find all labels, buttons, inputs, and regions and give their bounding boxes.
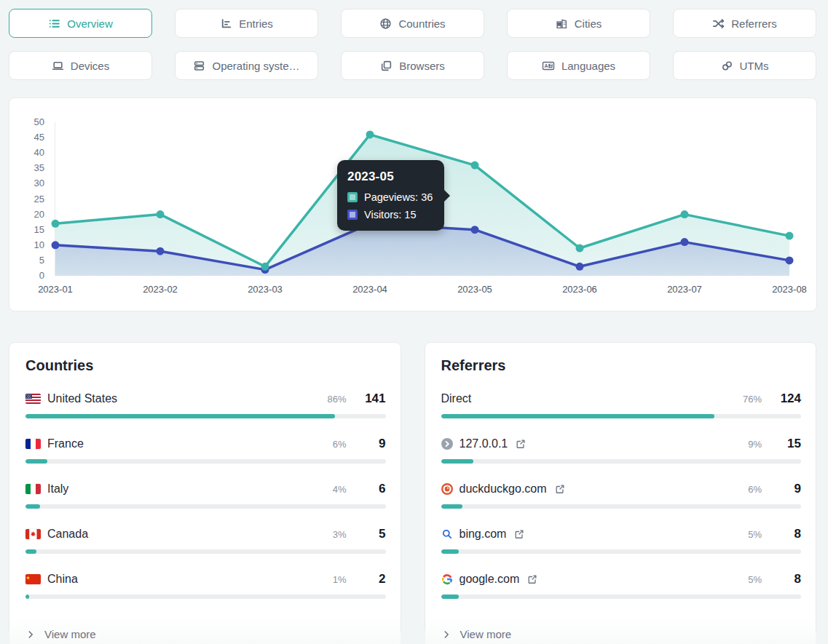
y-tick-label: 0 bbox=[17, 270, 44, 282]
tab-utms-label: UTMs bbox=[740, 60, 769, 72]
external-link-icon[interactable] bbox=[516, 439, 526, 449]
y-tick-label: 40 bbox=[17, 147, 44, 159]
referrer-count: 8 bbox=[776, 527, 801, 541]
y-tick-label: 20 bbox=[17, 209, 44, 220]
country-count: 6 bbox=[361, 482, 386, 496]
country-percent: 1% bbox=[320, 574, 347, 585]
y-tick-label: 10 bbox=[17, 239, 44, 251]
progress-bar bbox=[25, 549, 386, 554]
view-more-label: View more bbox=[460, 628, 512, 640]
referrers-view-more-button[interactable]: View more bbox=[425, 617, 816, 644]
tab-bar: Overview Entries Countrie bbox=[9, 9, 816, 80]
laptop-icon bbox=[52, 60, 64, 72]
country-row: China 1% 2 bbox=[25, 572, 386, 599]
tab-devices[interactable]: Devices bbox=[9, 51, 152, 80]
country-count: 141 bbox=[361, 391, 386, 406]
x-tick-label: 2023-03 bbox=[232, 284, 298, 295]
tab-countries[interactable]: Countries bbox=[341, 9, 484, 38]
tab-operating-systems-label: Operating syste… bbox=[212, 60, 299, 72]
tab-utms[interactable]: UTMs bbox=[673, 51, 816, 80]
y-tick-label: 25 bbox=[17, 194, 44, 205]
tab-overview[interactable]: Overview bbox=[9, 9, 152, 38]
fr-flag-icon bbox=[25, 439, 41, 449]
referrer-percent: 6% bbox=[736, 484, 762, 495]
tab-languages-label: Languages bbox=[561, 60, 615, 72]
x-tick-label: 2023-01 bbox=[23, 284, 88, 295]
country-name: United States bbox=[47, 392, 117, 405]
city-icon bbox=[556, 17, 568, 30]
tab-referrers[interactable]: Referrers bbox=[673, 9, 816, 38]
country-row: United States 86% 141 bbox=[25, 391, 386, 418]
country-count: 5 bbox=[361, 527, 386, 541]
duckduckgo-favicon-icon bbox=[441, 483, 453, 495]
x-tick-label: 2023-07 bbox=[652, 284, 717, 295]
external-link-icon[interactable] bbox=[514, 529, 524, 539]
countries-card: Countries United States 86% 141 bbox=[9, 342, 401, 635]
tab-operating-systems[interactable]: Operating syste… bbox=[175, 51, 318, 80]
y-tick-label: 45 bbox=[17, 132, 44, 143]
country-name: China bbox=[47, 573, 78, 586]
tab-referrers-label: Referrers bbox=[731, 17, 777, 30]
link-icon bbox=[721, 60, 733, 72]
it-flag-icon bbox=[25, 484, 41, 494]
referrer-name: bing.com bbox=[460, 528, 507, 541]
referrer-name: Direct bbox=[441, 392, 472, 405]
progress-bar bbox=[441, 459, 802, 464]
progress-bar bbox=[25, 459, 386, 464]
tab-cities[interactable]: Cities bbox=[507, 9, 650, 38]
countries-view-more-button[interactable]: View more bbox=[9, 617, 401, 644]
stats-cards: Countries United States 86% 141 bbox=[9, 342, 816, 635]
tab-languages[interactable]: A Z Languages bbox=[507, 51, 650, 80]
tooltip-pageviews-value: Pageviews: 36 bbox=[364, 191, 433, 203]
external-link-icon[interactable] bbox=[527, 574, 537, 584]
y-tick-label: 30 bbox=[17, 178, 44, 189]
y-tick-label: 50 bbox=[17, 116, 44, 128]
list-icon bbox=[48, 17, 60, 30]
country-row: Italy 4% 6 bbox=[25, 482, 386, 509]
progress-bar bbox=[441, 504, 802, 509]
referrer-row: Direct 76% 124 bbox=[441, 391, 802, 418]
x-tick-label: 2023-06 bbox=[547, 284, 612, 295]
tab-browsers[interactable]: Browsers bbox=[341, 51, 484, 80]
country-percent: 4% bbox=[320, 484, 347, 495]
referrers-card: Referrers Direct 76% 124 bbox=[425, 342, 817, 635]
y-tick-label: 35 bbox=[17, 162, 44, 174]
x-tick-label: 2023-08 bbox=[757, 284, 822, 295]
tab-devices-label: Devices bbox=[71, 60, 109, 72]
country-name: Canada bbox=[47, 528, 88, 541]
referrers-card-title: Referrers bbox=[441, 357, 802, 374]
progress-bar bbox=[25, 595, 386, 599]
referrer-name: duckduckgo.com bbox=[460, 482, 547, 496]
chevron-right-icon bbox=[441, 629, 452, 640]
bing-favicon-icon bbox=[441, 528, 453, 540]
country-percent: 3% bbox=[320, 529, 347, 540]
progress-bar bbox=[441, 414, 802, 418]
referrer-row: duckduckgo.com 6% 9 bbox=[441, 482, 802, 509]
us-flag-icon bbox=[25, 394, 41, 404]
y-tick-label: 5 bbox=[17, 255, 44, 266]
country-row: Canada 3% 5 bbox=[25, 527, 386, 554]
tooltip-visitors-row: Visitors: 15 bbox=[347, 209, 433, 220]
x-tick-label: 2023-04 bbox=[337, 284, 403, 295]
x-tick-label: 2023-02 bbox=[127, 284, 193, 295]
ca-flag-icon bbox=[25, 529, 41, 539]
pageviews-swatch-icon bbox=[347, 192, 358, 202]
external-link-icon[interactable] bbox=[555, 484, 565, 494]
referrer-name: 127.0.0.1 bbox=[460, 437, 508, 450]
tooltip-date: 2023-05 bbox=[347, 170, 433, 184]
country-percent: 6% bbox=[320, 439, 347, 450]
referrer-count: 15 bbox=[776, 437, 801, 451]
bar-chart-icon bbox=[220, 17, 232, 30]
referrer-name: google.com bbox=[460, 573, 520, 586]
svg-text:A: A bbox=[544, 63, 548, 68]
referrer-row: google.com 5% 8 bbox=[441, 572, 802, 599]
tab-entries[interactable]: Entries bbox=[175, 9, 318, 38]
pages-icon bbox=[380, 60, 393, 72]
progress-bar bbox=[441, 549, 802, 554]
visitors-swatch-icon bbox=[347, 210, 358, 220]
chevron-right-icon bbox=[25, 629, 36, 640]
analytics-dashboard: Overview Entries Countrie bbox=[0, 9, 828, 644]
tab-browsers-label: Browsers bbox=[399, 60, 445, 72]
default-favicon-icon bbox=[441, 438, 453, 450]
tooltip-pageviews-row: Pageviews: 36 bbox=[347, 191, 433, 203]
